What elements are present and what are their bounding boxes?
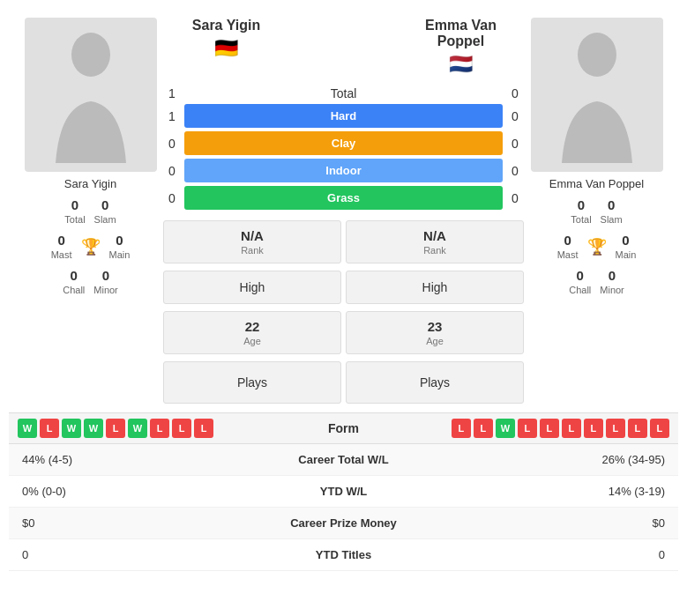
- right-total-score: 0: [506, 86, 524, 100]
- stats-label-1: YTD W/L: [243, 476, 444, 508]
- right-slam-stat: 0 Slam: [601, 197, 623, 226]
- left-trophy-row: 0 Mast 🏆 0 Main: [51, 233, 131, 261]
- right-grass-score: 0: [506, 191, 524, 205]
- left-player-header: Sara Yigin 🇩🇪: [168, 18, 285, 63]
- left-chall-label: Chall: [63, 285, 85, 295]
- left-player-column: Sara Yigin 0 Total 0 Slam 0 Mast 🏆 0: [18, 18, 163, 296]
- right-flag: 🇳🇱: [402, 53, 519, 76]
- right-age-box: 23 Age: [346, 311, 524, 354]
- right-form-badge-0: L: [452, 419, 471, 438]
- right-form-badge-6: L: [584, 419, 603, 438]
- middle-column: Sara Yigin 🇩🇪 Emma Van Poppel 🇳🇱 1 Total…: [163, 18, 524, 404]
- stats-label-2: Career Prize Money: [243, 508, 444, 539]
- left-form-badge-1: L: [40, 419, 59, 438]
- left-slam-value: 0: [94, 197, 116, 212]
- right-form-badge-1: L: [474, 419, 493, 438]
- right-mast-value: 0: [557, 233, 579, 248]
- left-player-photo: [25, 18, 157, 172]
- right-minor-label: Minor: [600, 285, 624, 295]
- left-grass-score: 0: [163, 191, 181, 205]
- hard-badge: Hard: [184, 104, 503, 128]
- right-player-header: Emma Van Poppel 🇳🇱: [402, 18, 519, 79]
- left-form-badge-6: L: [150, 419, 169, 438]
- right-form-badge-7: L: [606, 419, 625, 438]
- left-slam-label: Slam: [94, 214, 116, 225]
- left-form-badge-5: W: [128, 419, 147, 438]
- left-stats-row-1: 0 Total 0 Slam: [64, 197, 116, 226]
- left-chall-value: 0: [63, 268, 85, 283]
- right-mast-stat: 0 Mast: [557, 233, 579, 261]
- right-chall-minor-row: 0 Chall 0 Minor: [569, 268, 624, 296]
- right-mast-label: Mast: [557, 249, 579, 260]
- stats-left-3: 0: [9, 539, 243, 571]
- left-total-score: 1: [163, 86, 181, 100]
- left-form-badge-4: L: [106, 419, 125, 438]
- left-total-label: Total: [64, 214, 85, 225]
- right-form-badge-5: L: [562, 419, 581, 438]
- form-section: WLWWLWLLL Form LLWLLLLLLL: [9, 412, 678, 444]
- left-mast-stat: 0 Mast: [51, 233, 72, 261]
- grass-badge: Grass: [184, 186, 503, 210]
- left-form-badge-3: W: [84, 419, 103, 438]
- surface-rows: 1 Hard 0 0 Clay 0 0 Indoor 0 0 Grass 0: [163, 104, 524, 213]
- right-trophy-row: 0 Mast 🏆 0 Main: [557, 233, 637, 261]
- left-high-label: High: [163, 271, 341, 304]
- right-indoor-score: 0: [506, 164, 524, 178]
- stats-right-1: 14% (3-19): [444, 476, 678, 508]
- left-total-value: 0: [64, 197, 85, 212]
- form-label: Form: [279, 421, 409, 435]
- right-name-header: Emma Van Poppel: [402, 18, 519, 49]
- left-slam-stat: 0 Slam: [94, 197, 116, 226]
- stats-left-2: $0: [9, 508, 243, 539]
- left-trophy-icon: 🏆: [81, 237, 101, 256]
- right-chall-value: 0: [569, 268, 591, 283]
- left-rank-value: N/A: [168, 228, 336, 243]
- stats-row-3: 0 YTD Titles 0: [9, 539, 678, 571]
- left-minor-value: 0: [93, 268, 118, 283]
- right-player-name: Emma Van Poppel: [549, 177, 644, 190]
- right-total-stat: 0 Total: [571, 197, 591, 226]
- svg-point-1: [578, 33, 616, 77]
- right-clay-score: 0: [506, 137, 524, 151]
- right-age-label: Age: [351, 336, 519, 346]
- left-minor-label: Minor: [93, 285, 118, 295]
- left-age-label: Age: [168, 336, 336, 346]
- left-main-stat: 0 Main: [109, 233, 131, 261]
- stats-label-3: YTD Titles: [243, 539, 444, 571]
- surface-row-grass: 0 Grass 0: [163, 186, 524, 210]
- right-slam-value: 0: [601, 197, 623, 212]
- left-total-stat: 0 Total: [64, 197, 85, 226]
- right-trophy-icon: 🏆: [587, 237, 607, 256]
- svg-point-0: [71, 33, 110, 77]
- stats-left-0: 44% (4-5): [9, 444, 243, 476]
- right-main-value: 0: [616, 233, 637, 248]
- right-total-value: 0: [571, 197, 591, 212]
- surface-row-indoor: 0 Indoor 0: [163, 159, 524, 182]
- left-chall-minor-row: 0 Chall 0 Minor: [63, 268, 118, 296]
- right-form-badge-9: L: [650, 419, 669, 438]
- stats-left-1: 0% (0-0): [9, 476, 243, 508]
- left-indoor-score: 0: [163, 164, 181, 178]
- right-form-badge-4: L: [540, 419, 559, 438]
- left-clay-score: 0: [163, 137, 181, 151]
- right-minor-stat: 0 Minor: [600, 268, 624, 296]
- right-chall-label: Chall: [569, 285, 591, 295]
- left-form-badges: WLWWLWLLL: [18, 419, 279, 438]
- right-form-badge-8: L: [628, 419, 647, 438]
- right-player-photo: [531, 18, 663, 172]
- total-row: 1 Total 0: [163, 86, 524, 100]
- right-info-boxes: N/A Rank High 23 Age Plays: [346, 220, 524, 404]
- right-age-value: 23: [351, 319, 519, 334]
- left-main-label: Main: [109, 249, 131, 260]
- left-mast-label: Mast: [51, 249, 72, 260]
- stats-right-2: $0: [444, 508, 678, 539]
- surface-row-clay: 0 Clay 0: [163, 131, 524, 155]
- left-info-boxes: N/A Rank High 22 Age Plays: [163, 220, 341, 404]
- right-hard-score: 0: [506, 109, 524, 123]
- right-form-badge-3: L: [518, 419, 537, 438]
- left-name-header: Sara Yigin: [168, 18, 285, 33]
- left-minor-stat: 0 Minor: [93, 268, 118, 296]
- left-hard-score: 1: [163, 109, 181, 123]
- main-container: Sara Yigin 0 Total 0 Slam 0 Mast 🏆 0: [0, 0, 687, 580]
- left-plays-box: Plays: [163, 361, 341, 404]
